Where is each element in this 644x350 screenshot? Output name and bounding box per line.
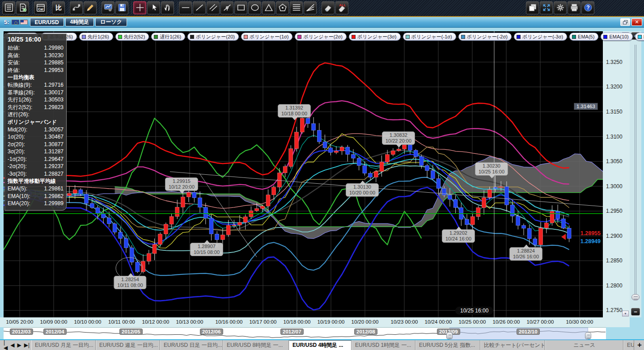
chart-tab-7[interactable]: EUR/USD 5分足 指数... [415,340,480,350]
info-row: 2σ(20):1.30877 [8,141,64,148]
navigator-month-label: 2012/04 [43,329,67,335]
legend-toggle-5[interactable]: 遅行1(26) [151,33,185,41]
chart-type-button[interactable]: ローソク [95,18,127,26]
time-tick-label: 10/19 00:00 [318,319,345,325]
chart-tab-10[interactable]: EUR [623,340,634,350]
calendar-icon: Cal [36,3,46,13]
chart-tab-4[interactable]: EUR/USD 8時間足 一... [223,340,289,350]
price-tick-label: 1.2950 [606,208,623,214]
info-value: 1.29823 [44,104,64,111]
add-chart-tab-button[interactable]: + [635,340,644,350]
tab-prev-button[interactable]: ◀ [10,342,14,348]
windows-button[interactable] [526,1,539,14]
spline-button[interactable] [70,1,83,14]
close-window-button[interactable]: ✕ [631,18,642,26]
quote-list-button[interactable] [2,1,15,14]
legend-label: ボリンジャー(-2σ) [467,34,508,40]
chart-window-titlebar[interactable]: 5: EUR/USD 4時間足 ローソク ✕ [0,17,644,28]
chart-settings-button[interactable] [102,1,114,14]
info-row: -1σ(20):1.29647 [8,156,64,163]
print-button[interactable] [568,1,580,14]
info-value: 1.29647 [44,156,64,163]
svg-text:?: ? [586,4,589,11]
fib-lines-button[interactable] [290,1,303,14]
compare-button[interactable]: 比 [52,1,65,14]
pencil-button[interactable] [84,1,97,14]
toolbar-separator [174,1,178,14]
legend-toggle-7[interactable]: ボリンジャー(1σ) [241,33,293,41]
fan-line-icon [305,3,315,13]
info-row: 始値:1.29980 [8,44,64,52]
legend-toggle-9[interactable]: ボリンジャー(3σ) [349,33,401,41]
price-callout: 1.2920210/24 16:00 [442,229,475,243]
calendar-button[interactable]: Cal [34,1,47,14]
angle-line-button[interactable] [220,1,233,14]
legend-toggle-12[interactable]: ボリンジャー(-3σ) [514,33,567,41]
chart-tab-bar: |◀ ◀ ▶ ▶| EUR/USD 月足 一目均...EUR/USD 週足 一目… [0,339,644,350]
tab-next-button[interactable]: ▶ [17,342,21,348]
callout-time: 10/24 16:00 [445,236,471,242]
legend-toggle-14[interactable]: EMA(10) [601,33,632,41]
rectangle-button[interactable] [234,1,247,14]
eraser-all-button[interactable]: ALL [335,1,348,14]
triangle-button[interactable] [262,1,275,14]
save-button[interactable] [115,1,128,14]
legend-toggle-11[interactable]: ボリンジャー(-2σ) [458,33,512,41]
crosshair-time-tooltip: 10/25 16:00 [455,307,493,315]
legend-color-swatch [154,35,158,39]
eraser-button[interactable] [322,1,335,14]
horizontal-line-button[interactable] [179,1,192,14]
crosshair-button[interactable] [133,1,146,14]
ellipse-button[interactable] [248,1,261,14]
legend-toggle-4[interactable]: 先行2(52) [115,33,149,41]
pentagon-button[interactable] [276,1,289,14]
price-axis[interactable]: ▲ ▼ 1.33001.32501.32001.31501.31001.3050… [603,31,630,317]
callout-time: 10/18 00:00 [281,111,307,117]
time-tick-label: 10/18 00:00 [284,319,311,325]
legend-label: EMA(10) [609,34,628,39]
symbol-button[interactable]: EUR/USD [30,18,64,26]
chart-tab-6[interactable]: EUR/USD 1時間足 一... [352,340,415,350]
legend-color-swatch [572,35,576,39]
chart-tab-3[interactable]: EUR/USD 日足 一目均... [160,340,223,350]
info-label: 始値: [8,44,20,52]
help-button[interactable]: ? [581,1,594,14]
settings-gear-button[interactable] [554,1,567,14]
axis-scroll-down-button[interactable]: ▼ [622,311,629,316]
legend-toggle-13[interactable]: EMA(5) [569,33,598,41]
range-navigator[interactable]: 2012/032012/042012/052012/062012/072012/… [4,327,606,339]
chart-tab-8[interactable]: 比較チャート(パーセント... [480,340,545,350]
navigator-left-handle[interactable] [446,332,453,339]
navigator-right-handle[interactable] [585,332,591,339]
legend-toggle-15[interactable]: EMA(20) [635,33,644,41]
cursor-button[interactable] [147,1,160,14]
legend-toggle-10[interactable]: ボリンジャー(-1σ) [403,33,456,41]
add-page-button[interactable] [16,1,29,14]
fan-line-button[interactable] [304,1,317,14]
chart-tab-5[interactable]: EUR/USD 4時間足 ... [289,340,352,350]
tab-last-button[interactable]: ▶| [24,342,30,348]
zoom-out-button[interactable]: − [631,308,640,316]
price-tick-label: 1.3150 [606,109,623,115]
legend-toggle-3[interactable]: 先行1(26) [79,33,113,41]
trend-line-button[interactable] [193,1,206,14]
legend-toggle-6[interactable]: ボリンジャー(20) [187,33,239,41]
restore-window-button[interactable] [620,18,630,26]
timeframe-button[interactable]: 4時間足 [65,18,94,26]
tab-first-button[interactable]: |◀ [4,340,8,350]
scrollbar-handle[interactable] [631,294,640,300]
legend-toggle-8[interactable]: ボリンジャー(2σ) [295,33,347,41]
hand-button[interactable] [161,1,174,14]
chart-tab-2[interactable]: EUR/USD 週足 一目均... [96,340,160,350]
chart-content-region: 転換線(9)基準線(26)先行1(26)先行2(52)遅行1(26)ボリンジャー… [0,28,644,350]
expand-button[interactable] [540,1,553,14]
chart-tab-1[interactable]: EUR/USD 月足 一目均... [31,340,96,350]
vertical-scrollbar[interactable]: + − [630,31,641,317]
chart-tab-9[interactable]: ニュース [545,340,623,350]
callout-price: 1.30832 [386,132,411,138]
parallel-lines-button[interactable] [207,1,220,14]
scrollbar-track[interactable] [635,45,636,300]
chart-canvas[interactable]: 転換線(9)基準線(26)先行1(26)先行2(52)遅行1(26)ボリンジャー… [4,31,603,317]
info-row: 安値:1.29885 [8,59,64,67]
price-callout: 1.3139210/18 00:00 [278,104,311,118]
